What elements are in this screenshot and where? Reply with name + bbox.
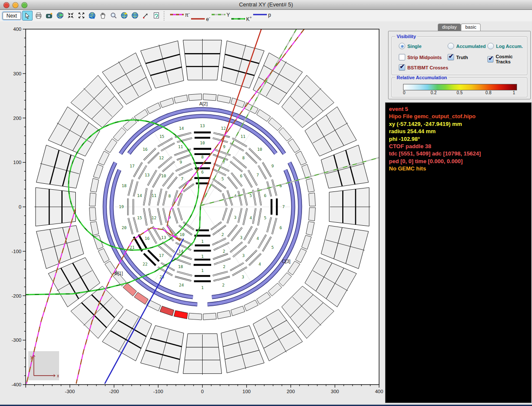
bst-sector-number: 5 [272, 245, 274, 250]
refresh-page-icon[interactable] [152, 11, 161, 20]
ctof-paddle[interactable] [203, 94, 216, 101]
camera-icon[interactable] [45, 11, 54, 20]
bst-sector-number: 4 [250, 215, 252, 220]
bst-sector-number: 1 [201, 239, 204, 244]
x-tick-label: -300 [65, 389, 75, 394]
accumulation-tick-label: 0 [403, 90, 406, 95]
bst-sector-number: 22 [143, 262, 147, 266]
ctof-paddle[interactable] [309, 208, 316, 221]
bst-sector-number: 11 [178, 144, 183, 149]
next-event-button[interactable]: Next [3, 12, 21, 20]
bst-sector-number: 10 [200, 140, 205, 145]
bst-sector-number: 18 [178, 264, 183, 269]
tab-display[interactable]: display [438, 24, 461, 31]
radio-log-accum-[interactable]: Log Accum. [487, 43, 523, 49]
accumulation-tick-label: 0.5 [457, 90, 463, 95]
x-tick-label: 400 [375, 389, 383, 394]
bst-sector-number: 4 [257, 236, 259, 241]
toolbar: Next π-e-YK+p [0, 10, 532, 22]
bst-sector-number: 24 [179, 283, 184, 287]
ctof-paddle[interactable] [188, 313, 202, 320]
y-tick-label: -200 [12, 293, 21, 299]
accumulation-ticks: 00.20.50.81 [403, 90, 516, 96]
accumulation-tick-label: 1 [513, 90, 515, 95]
bst-sector-number: 5 [250, 193, 252, 198]
x-tick-label: 300 [331, 389, 339, 394]
info-line: phi -102.98° [389, 135, 531, 143]
bst-sector-number: 18 [122, 183, 127, 188]
y-tick-label: 100 [13, 160, 21, 165]
ctof-paddle[interactable] [90, 193, 96, 206]
y-tick-label: 300 [13, 71, 21, 76]
checkbox-strip-midpoints[interactable]: Strip Midpoints [399, 54, 442, 60]
info-line: CTOF paddle 38 [389, 143, 531, 150]
arrows-outward-icon[interactable] [77, 11, 86, 20]
y-tick-label: 400 [13, 27, 21, 32]
y-tick-label: -300 [12, 337, 21, 343]
window-titlebar: Central XY (Event# 5) [0, 0, 532, 10]
world-add-icon[interactable] [120, 11, 129, 20]
checkbox-bst-bmt-crosses[interactable]: BST/BMT Crosses [399, 64, 448, 71]
world-monitor-icon[interactable] [55, 11, 65, 20]
accumulation-group: Relative Accumulation 00.20.50.81 [392, 78, 527, 97]
magnifier-icon[interactable] [109, 11, 118, 20]
inset-x-label: x [57, 373, 59, 378]
bst-sector-number: 15 [159, 134, 164, 139]
ctof-paddle[interactable] [188, 94, 202, 101]
ctof-paddle[interactable] [90, 208, 96, 221]
bst-sector-number: 10 [257, 147, 263, 152]
pointer-icon[interactable] [22, 11, 33, 21]
bst-sector-number: 12 [221, 126, 226, 131]
bst-sector-number: 2 [222, 283, 225, 287]
bst-sector-number: 10 [161, 173, 166, 178]
x-tick-label: -200 [109, 389, 119, 394]
pan-hand-icon[interactable] [98, 11, 108, 20]
legend-label: p [268, 11, 271, 18]
radio-accumulated[interactable]: Accumulated [448, 43, 486, 49]
bmt-sector-label: A[2] [199, 101, 208, 106]
bst-sector-number: 6 [264, 193, 266, 198]
bst-sector-number: 12 [152, 215, 156, 220]
bst-sector-number: 8 [242, 155, 245, 160]
range-arrow-icon[interactable] [141, 11, 150, 20]
bst-sector-number: 6 [279, 225, 282, 230]
accumulation-tick-label: 0.8 [485, 90, 491, 95]
bst-sector-number: 3 [234, 215, 236, 220]
central-xy-plot[interactable]: A[2]B[1]C[3]1234567891012345678910111213… [0, 21, 386, 406]
window-bottom-edge [0, 404, 532, 406]
bst-sector-number: 14 [137, 193, 142, 198]
bst-sector-number: 2 [223, 264, 226, 269]
toolbar-separator [164, 11, 167, 21]
toolbar-icons [21, 11, 161, 21]
y-tick-label: 200 [13, 116, 21, 121]
info-line: ped [0, 0] time [0.000, 0.000] [389, 158, 531, 165]
bst-sector-number: 1 [201, 268, 204, 273]
y-tick-label: 0 [19, 204, 21, 209]
bst-sector-number: 2 [221, 232, 224, 237]
bst-sector-number: 13 [161, 235, 166, 240]
bst-sector-number: 16 [143, 147, 148, 152]
bst-sector-number: 8 [168, 194, 171, 198]
bst-sector-number: 21 [130, 245, 135, 250]
tab-basic[interactable]: basic [461, 24, 481, 31]
printer-icon[interactable] [34, 11, 43, 20]
checkbox-truth[interactable]: Truth [448, 54, 468, 60]
y-tick-label: -100 [12, 249, 21, 254]
radio-single[interactable]: Single [399, 43, 421, 49]
arrows-inward-icon[interactable] [66, 11, 75, 20]
bst-sector-number: 4 [258, 262, 261, 266]
legend-label: π- [185, 11, 190, 18]
world-icon[interactable] [130, 11, 140, 20]
bst-sector-number: 3 [240, 235, 242, 240]
x-tick-label: 0 [201, 389, 203, 394]
ctof-paddle[interactable] [203, 313, 216, 320]
bst-sector-number: 7 [282, 204, 285, 209]
world-undo-icon[interactable] [87, 11, 97, 20]
legend-item-π: π- [170, 11, 190, 18]
legend-item-Y: Y [211, 11, 230, 18]
info-line: event 5 [389, 105, 531, 113]
checkbox-cosmic-tracks[interactable]: Cosmic Tracks [487, 54, 527, 64]
window-title: Central XY (Event# 5) [0, 1, 532, 8]
info-line: xy (-57.1429, -247.9419) mm [389, 120, 531, 128]
ctof-paddle[interactable] [309, 193, 316, 206]
